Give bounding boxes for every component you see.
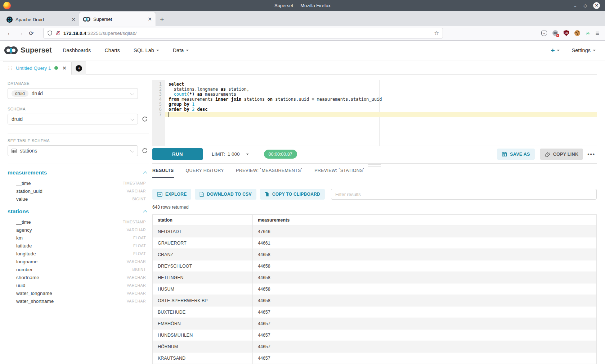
tab-close-icon[interactable]: ✕: [71, 17, 76, 22]
tab-title: Apache Druid: [15, 17, 68, 22]
window-minimize-icon[interactable]: ⌄: [573, 3, 577, 8]
new-tab-button[interactable]: +: [160, 16, 164, 23]
column-type: VARCHAR: [127, 291, 146, 295]
nav-item-dashboards[interactable]: Dashboards: [63, 47, 91, 53]
cell-measurements: 47646: [253, 226, 596, 237]
download-csv-button[interactable]: DOWNLOAD TO CSV: [195, 189, 256, 200]
run-button[interactable]: RUN: [152, 148, 203, 160]
table-select[interactable]: stations: [8, 145, 138, 156]
schema-sidebar: DATABASE druid druid SCHEMA druid SEE TA…: [8, 81, 149, 305]
refresh-schemas-icon[interactable]: [142, 116, 148, 122]
divider: [8, 164, 149, 164]
drag-handle-icon[interactable]: ⋮⋮: [7, 66, 13, 70]
save-as-button[interactable]: SAVE AS: [497, 149, 535, 160]
code-line[interactable]: count(*) as measurements: [165, 92, 597, 97]
column-type: BIGINT: [133, 197, 146, 201]
superset-brand[interactable]: Superset: [4, 46, 52, 54]
results-tab-preview-stations[interactable]: PREVIEW: `STATIONS`: [314, 168, 364, 178]
more-options-icon[interactable]: •••: [587, 151, 595, 157]
column-name: __time: [16, 219, 31, 225]
window-close-icon[interactable]: ✕: [593, 2, 600, 9]
tracking-shield-icon[interactable]: [47, 30, 53, 36]
column-row: numberBIGINT: [8, 265, 149, 273]
code-line[interactable]: from measurements inner join stations on…: [165, 97, 597, 102]
browser-navtoolbar: ← → ⟳ 172.18.0.4:32251/superset/sqllab/ …: [0, 26, 605, 41]
column-row: __timeTIMESTAMP: [8, 179, 149, 187]
file-icon: [200, 192, 204, 197]
table-section-stations[interactable]: stations: [8, 208, 149, 215]
url-bar[interactable]: 172.18.0.4:32251/superset/sqllab/ ☆: [43, 28, 443, 38]
browser-tab-apache-druid[interactable]: Apache Druid ✕: [3, 13, 79, 26]
refresh-tables-icon[interactable]: [142, 147, 148, 154]
pocket-icon[interactable]: ⌄: [541, 31, 547, 36]
bookmark-star-icon[interactable]: ☆: [434, 30, 439, 36]
collapse-chevron-icon[interactable]: [143, 210, 147, 214]
cell-station: HUNDSMÜHLEN: [153, 329, 253, 341]
extension-asterisk-icon[interactable]: ✳: [586, 31, 590, 36]
cell-measurements: 44657: [253, 329, 596, 341]
explore-button[interactable]: EXPLORE: [152, 189, 191, 200]
nav-item-data[interactable]: Data: [173, 47, 189, 53]
browser-tab-superset[interactable]: Superset ✕: [79, 12, 156, 26]
limit-control[interactable]: LIMIT: 1 000: [212, 151, 249, 157]
table-row: HUNDSMÜHLEN44657: [153, 329, 596, 341]
clipboard-icon: [265, 192, 269, 197]
column-header-measurements[interactable]: measurements: [253, 215, 596, 226]
code-line[interactable]: group by 1: [165, 102, 597, 107]
code-line[interactable]: [165, 112, 597, 117]
schema-label: SCHEMA: [8, 107, 149, 111]
table-name: stations: [8, 208, 29, 215]
window-maximize-icon[interactable]: ◇: [583, 3, 587, 8]
database-select[interactable]: druid druid: [8, 88, 138, 99]
superset-favicon-icon: [83, 17, 90, 22]
gutter-line-number: 2: [152, 87, 165, 92]
cell-measurements: 44657: [253, 306, 596, 318]
nav-item-sql-lab[interactable]: SQL Lab: [134, 47, 159, 53]
collapse-chevron-icon[interactable]: [143, 171, 147, 175]
results-tab-query-history[interactable]: QUERY HISTORY: [186, 168, 224, 178]
column-name: uuid: [16, 283, 26, 288]
copy-clipboard-button[interactable]: COPY TO CLIPBOARD: [260, 189, 325, 200]
back-icon[interactable]: ←: [4, 30, 15, 36]
nav-item-charts[interactable]: Charts: [104, 47, 120, 53]
add-query-tab[interactable]: +: [72, 61, 86, 75]
editor-code[interactable]: select stations.longname as station, cou…: [165, 80, 597, 146]
results-tab-results[interactable]: RESULTS: [152, 168, 174, 178]
ublock-origin-icon[interactable]: UO: [564, 30, 569, 36]
table-row: HUSUM44658: [153, 283, 596, 295]
cell-measurements: 44657: [253, 352, 596, 364]
copy-link-button[interactable]: COPY LINK: [540, 149, 583, 160]
cell-station: EMSHÖRN: [153, 318, 253, 329]
settings-menu[interactable]: Settings: [572, 47, 596, 53]
query-tab-untitled-query-1[interactable]: ⋮⋮ Untitled Query 1 ✕: [3, 61, 72, 75]
table-schema-label: SEE TABLE SCHEMA: [8, 138, 149, 143]
schema-tables: measurements__timeTIMESTAMPstation_uuidV…: [8, 169, 149, 305]
cell-measurements: 44658: [253, 249, 596, 260]
code-line[interactable]: select: [165, 82, 597, 87]
plus-icon: +: [551, 47, 555, 54]
settings-label: Settings: [572, 47, 591, 53]
column-row: kmFLOAT: [8, 234, 149, 242]
cell-measurements: 44657: [253, 341, 596, 352]
splitter-handle-icon[interactable]: [368, 164, 381, 167]
forward-icon[interactable]: →: [15, 30, 26, 36]
pane-splitter[interactable]: [152, 163, 597, 164]
cookie-extension-icon[interactable]: [574, 30, 580, 36]
query-tab-close-icon[interactable]: ✕: [63, 65, 67, 71]
table-section-measurements[interactable]: measurements: [8, 169, 149, 176]
new-item-menu[interactable]: +: [551, 47, 559, 54]
query-tab-title: Untitled Query 1: [16, 65, 51, 71]
insecure-lock-icon[interactable]: [55, 30, 60, 36]
column-header-station[interactable]: station: [153, 215, 253, 226]
code-line[interactable]: order by 2 desc: [165, 107, 597, 112]
results-tab-preview-measurements[interactable]: PREVIEW: `MEASUREMENTS`: [236, 168, 302, 178]
filter-results-input[interactable]: [331, 189, 597, 200]
schema-select[interactable]: druid: [8, 114, 138, 124]
table-row: NEUSTADT47646: [153, 226, 596, 237]
reload-icon[interactable]: ⟳: [26, 30, 37, 37]
sql-editor[interactable]: 1234567 select stations.longname as stat…: [152, 80, 597, 146]
code-line[interactable]: stations.longname as station,: [165, 87, 597, 92]
privacy-extension-icon[interactable]: [552, 30, 558, 36]
tab-close-icon[interactable]: ✕: [148, 16, 152, 22]
menu-hamburger-icon[interactable]: ≡: [595, 30, 599, 36]
